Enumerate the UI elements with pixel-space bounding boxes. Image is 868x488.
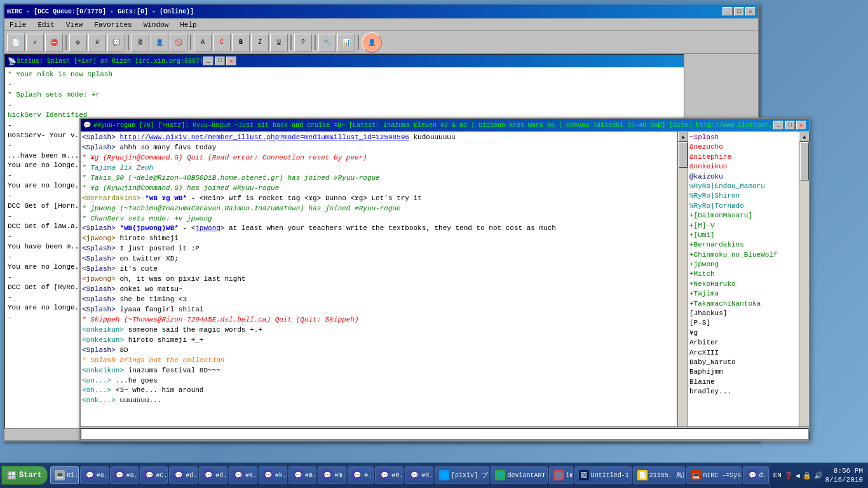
user-list-item[interactable]: +[M]-V (689, 221, 797, 231)
tool-ignore[interactable]: 🚫 (170, 34, 187, 51)
taskbar-item-ps[interactable]: 🖼 Untitled-1 @ 10... (574, 466, 632, 484)
tool-nicklist[interactable]: 👤 (151, 34, 168, 51)
channel-chat[interactable]: <Splash> http://www.pixiv.net/member_ill… (81, 132, 677, 440)
tool-bold[interactable]: B (232, 34, 250, 51)
scroll-up-btn[interactable]: ▲ (678, 132, 688, 142)
menu-window[interactable]: Window (141, 21, 172, 29)
menu-view[interactable]: View (64, 21, 85, 29)
taskbar-item-1[interactable]: 💬 #a... (80, 466, 109, 484)
taskbar-item-6[interactable]: 💬 #K... (229, 466, 257, 484)
chat-input[interactable] (81, 428, 809, 440)
taskbar-item-2[interactable]: 💬 #a... (110, 466, 139, 484)
tool-channel[interactable]: # (88, 34, 106, 51)
taskbar-item-11[interactable]: 💬 #R... (375, 466, 403, 484)
tool-disconnect[interactable]: ⛔ (45, 34, 63, 51)
channel-minimize-btn[interactable]: _ (773, 121, 783, 130)
user-list-item[interactable]: Baby_Naruto (689, 358, 797, 367)
tray-network-icon: 🔒 (803, 471, 811, 480)
user-list-item[interactable]: &nitephire (689, 152, 797, 162)
user-list-item[interactable]: %RyRo|Endou_Mamoru (689, 182, 797, 191)
user-list-item[interactable]: ~Splash (689, 133, 797, 142)
user-list-item[interactable]: +Tajima (689, 289, 797, 299)
channel-restore-btn[interactable]: □ (785, 121, 795, 130)
taskbar-item-sysres[interactable]: 💻 mIRC -=SysRes... (686, 466, 741, 484)
user-list-item[interactable]: +Mitch (689, 269, 797, 279)
taskbar-icon-10: 💬 (352, 470, 362, 480)
scroll-thumb[interactable] (679, 142, 688, 168)
taskbar-item-pixiv[interactable]: 🌐 [pixiv] ブック... (435, 466, 489, 484)
userlist-scroll-track[interactable] (799, 142, 809, 430)
taskbar-item-de[interactable]: 💬 d... (743, 466, 769, 484)
tool-italic[interactable]: I (251, 34, 269, 51)
user-list-item[interactable]: +TakamachiNantoka (689, 299, 797, 309)
user-list-item[interactable]: +jpwong (689, 260, 797, 269)
chat-scrollbar[interactable]: ▲ ▼ (677, 132, 688, 440)
menu-file[interactable]: File (7, 21, 29, 29)
user-list-item[interactable]: +Chinmoku_no_BlueWolf (689, 250, 797, 260)
taskbar-item-7[interactable]: 💬 #k... (259, 466, 287, 484)
mirc-minimize-btn[interactable]: _ (722, 7, 733, 16)
user-list-item[interactable]: +[Umi] (689, 231, 797, 240)
tool-font[interactable]: A (194, 34, 212, 51)
user-list-item[interactable]: +NekoHaruko (689, 280, 797, 289)
taskbar-item-chrome[interactable]: 🌐 img (549, 466, 573, 484)
tool-new[interactable]: 📄 (7, 34, 25, 51)
user-list-item[interactable]: [P-S] (689, 318, 797, 328)
status-minimize-btn[interactable]: _ (203, 57, 214, 65)
user-list-item[interactable]: &nezucho (689, 142, 797, 152)
taskbar-item-9[interactable]: 💬 #m... (318, 466, 346, 484)
chat-line: <Splash> on twitter XD; (82, 254, 675, 264)
taskbar-item-12[interactable]: 💬 #R... (405, 466, 433, 484)
menu-help[interactable]: Help (177, 21, 199, 29)
user-list-item[interactable]: +Bernardakins (689, 240, 797, 250)
user-list-item[interactable]: %RyRo|Shiron (689, 191, 797, 201)
mirc-maximize-btn[interactable]: □ (734, 7, 744, 16)
taskbar-label-mirc: Ri... (67, 472, 79, 479)
start-button[interactable]: 🪟 Start (1, 466, 48, 485)
channel-close-btn[interactable]: ✕ (796, 121, 806, 130)
userlist-scroll-thumb[interactable] (800, 142, 809, 180)
user-list-item[interactable]: Blaine (689, 377, 797, 387)
menu-edit[interactable]: Edit (35, 21, 57, 29)
user-list-item[interactable]: Baphijmm (689, 367, 797, 377)
status-close-btn[interactable]: ✕ (226, 57, 236, 65)
status-line-3: * Splash sets mode: +r (8, 90, 681, 100)
taskbar-item-mirc[interactable]: 💻 Ri... (50, 466, 79, 484)
userlist-scrollbar[interactable]: ▲ ▼ (799, 132, 809, 440)
taskbar-item-3[interactable]: 💬 #C... (140, 466, 168, 484)
tool-address[interactable]: @ (132, 34, 149, 51)
tool-connect[interactable]: ⚡ (26, 34, 44, 51)
menu-favorites[interactable]: Favorites (92, 21, 134, 29)
user-list-item[interactable]: &onkeikun (689, 162, 797, 172)
user-list-item[interactable]: ArcXIII (689, 348, 797, 358)
user-list-item[interactable]: ¥g (689, 329, 797, 338)
user-list-item[interactable]: +[DaimonMasaru] (689, 211, 797, 220)
taskbar-item-8[interactable]: 💬 #m... (288, 466, 317, 484)
tool-options[interactable]: ⚙ (69, 34, 87, 51)
tool-extra2[interactable]: 📊 (337, 34, 355, 51)
user-list-item[interactable]: @kaizoku (689, 172, 797, 182)
taskbar-item-5[interactable]: 💬 #d... (199, 466, 227, 484)
user-list-item[interactable]: bradley... (689, 387, 797, 396)
tool-color[interactable]: C (213, 34, 231, 51)
tool-query[interactable]: 💬 (107, 34, 125, 51)
user-list-item[interactable]: [Jhackus] (689, 309, 797, 318)
taskbar-label-1: #a... (97, 472, 109, 479)
tool-extra1[interactable]: 🔧 (318, 34, 336, 51)
tool-underline[interactable]: U (270, 34, 288, 51)
chat-line-quit: * ¥g (Ryuujin@Command.G) Quit (Read erro… (82, 153, 675, 163)
scroll-track[interactable] (678, 142, 688, 430)
taskbar-item-4[interactable]: 💬 #d... (169, 466, 198, 484)
taskbar-item-21155[interactable]: 📄 21155. 鳥海浩... (633, 466, 686, 484)
status-line-2: - (8, 80, 681, 90)
user-list-item[interactable]: %RyRo|Tornado (689, 201, 797, 211)
userlist-scroll-up[interactable]: ▲ (799, 132, 810, 142)
status-maximize-btn[interactable]: □ (215, 57, 225, 65)
mirc-close-btn[interactable]: ✕ (745, 7, 756, 16)
tray-expand-icon[interactable]: ◀ (796, 471, 800, 480)
taskbar-item-10[interactable]: 💬 #... (348, 466, 374, 484)
taskbar-item-devart[interactable]: 🌐 deviantART: Su... (491, 466, 548, 484)
user-list-item[interactable]: Arbiter (689, 338, 797, 348)
tool-avatar[interactable]: 👤 (362, 32, 382, 53)
tool-help[interactable]: ? (294, 34, 312, 51)
